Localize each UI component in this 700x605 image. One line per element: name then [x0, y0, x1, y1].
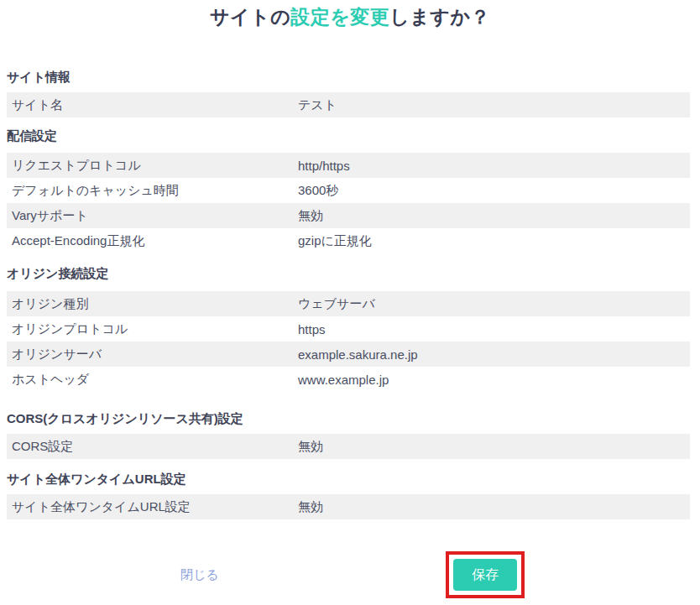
section-header: CORS(クロスオリジンリソース共有)設定 [7, 412, 690, 425]
row-label: Varyサポート [7, 208, 298, 224]
settings-section: サイト情報サイト名テスト [7, 70, 690, 117]
table-row: リクエストプロトコルhttp/https [7, 153, 690, 178]
table-row: サイト全体ワンタイムURL設定無効 [7, 494, 690, 519]
section-header: 配信設定 [7, 129, 690, 143]
close-button[interactable]: 閉じる [180, 568, 219, 581]
row-label: デフォルトのキャッシュ時間 [7, 183, 298, 199]
row-label: CORS設定 [7, 439, 298, 455]
table-row: オリジンプロトコルhttps [7, 316, 690, 342]
table-row: ホストヘッダwww.example.jp [7, 367, 690, 392]
table-row: CORS設定無効 [7, 434, 690, 459]
row-label: Accept-Encoding正規化 [7, 233, 298, 249]
row-value: example.sakura.ne.jp [298, 347, 690, 362]
row-label: オリジンサーバ [7, 347, 298, 362]
row-value: 無効 [298, 208, 690, 224]
table-row: Varyサポート無効 [7, 203, 690, 228]
table-row: オリジン種別ウェブサーバ [7, 291, 690, 316]
table-row: Accept-Encoding正規化gzipに正規化 [7, 228, 690, 253]
row-label: サイト全体ワンタイムURL設定 [7, 499, 298, 515]
row-label: オリジンプロトコル [7, 321, 298, 337]
row-label: サイト名 [7, 97, 298, 113]
dialog-footer: 閉じる 保存 [0, 551, 700, 605]
row-label: リクエストプロトコル [7, 158, 298, 174]
title-prefix: サイトの [210, 6, 290, 28]
table-row: サイト名テスト [7, 92, 690, 117]
settings-sections: サイト情報サイト名テスト配信設定リクエストプロトコルhttp/httpsデフォル… [7, 70, 690, 519]
settings-section: CORS(クロスオリジンリソース共有)設定CORS設定無効 [7, 412, 690, 459]
settings-section: 配信設定リクエストプロトコルhttp/httpsデフォルトのキャッシュ時間360… [7, 129, 690, 253]
site-settings-confirm-dialog: サイトの設定を変更しますか？ サイト情報サイト名テスト配信設定リクエストプロトコ… [0, 5, 700, 605]
row-label: オリジン種別 [7, 296, 298, 312]
row-value: ウェブサーバ [298, 296, 690, 312]
row-value: http/https [298, 159, 690, 173]
settings-section: サイト全体ワンタイムURL設定サイト全体ワンタイムURL設定無効 [7, 472, 690, 519]
row-label: ホストヘッダ [7, 372, 298, 388]
row-value: テスト [298, 97, 690, 113]
section-header: サイト情報 [7, 70, 690, 84]
row-value: gzipに正規化 [298, 233, 690, 249]
section-header: サイト全体ワンタイムURL設定 [7, 472, 690, 486]
section-header: オリジン接続設定 [7, 267, 690, 280]
table-row: デフォルトのキャッシュ時間3600秒 [7, 178, 690, 203]
title-suffix: しますか？ [389, 6, 490, 28]
table-row: オリジンサーバexample.sakura.ne.jp [7, 342, 690, 367]
row-value: 無効 [298, 499, 690, 515]
page-title: サイトの設定を変更しますか？ [0, 5, 700, 29]
row-value: https [298, 322, 690, 336]
row-value: 無効 [298, 439, 690, 455]
row-value: www.example.jp [298, 373, 690, 387]
save-button-highlight-box: 保存 [446, 551, 525, 598]
settings-section: オリジン接続設定オリジン種別ウェブサーバオリジンプロトコルhttpsオリジンサー… [7, 267, 690, 392]
row-value: 3600秒 [298, 183, 690, 199]
save-button[interactable]: 保存 [453, 559, 517, 591]
title-highlight: 設定を変更 [290, 6, 389, 28]
